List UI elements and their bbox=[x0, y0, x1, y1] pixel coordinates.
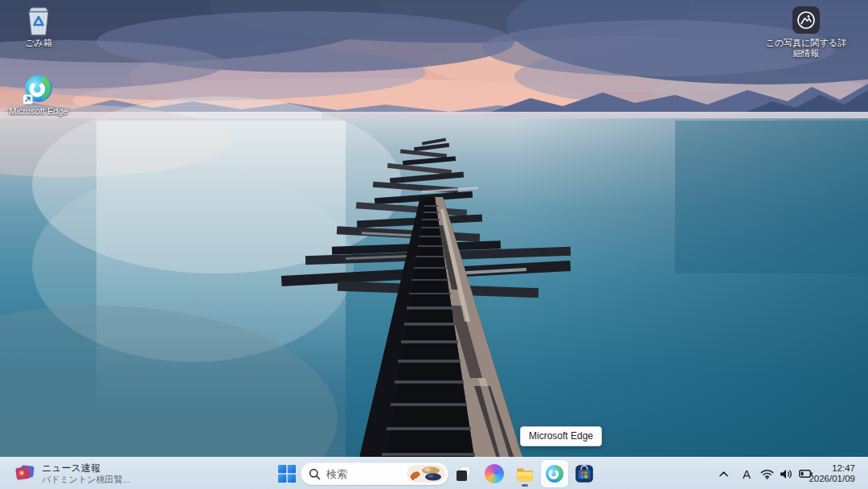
edge-icon bbox=[23, 72, 55, 105]
taskbar-tooltip: Microsoft Edge bbox=[520, 426, 602, 446]
edge-shortcut-label: Microsoft Edge bbox=[9, 106, 68, 117]
running-indicator bbox=[522, 484, 528, 487]
search-icon bbox=[309, 468, 321, 480]
store-icon bbox=[574, 463, 595, 484]
widget-subtitle: バドミントン桃田賢... bbox=[42, 475, 130, 485]
edge-button[interactable] bbox=[541, 460, 568, 487]
volume-button[interactable] bbox=[776, 461, 796, 487]
desktop-icon-recycle-bin[interactable]: ごみ箱 bbox=[5, 4, 72, 48]
desktop-wallpaper bbox=[0, 0, 868, 489]
tray-expand-button[interactable] bbox=[714, 461, 733, 487]
wifi-icon bbox=[760, 469, 774, 479]
search-input[interactable] bbox=[326, 468, 407, 480]
spotlight-label: この写真に関する詳細情報 bbox=[764, 38, 848, 59]
search-highlight-image[interactable] bbox=[407, 465, 445, 483]
store-button[interactable] bbox=[571, 460, 598, 487]
search-box[interactable] bbox=[301, 462, 448, 485]
chevron-up-icon bbox=[719, 470, 729, 478]
clock[interactable]: 12:47 2026/01/09 bbox=[805, 458, 858, 489]
ime-mode-button[interactable]: A bbox=[738, 461, 755, 487]
copilot-icon bbox=[485, 464, 504, 483]
windows-logo-icon bbox=[278, 465, 296, 483]
desktop-icon-spotlight-info[interactable]: この写真に関する詳細情報 bbox=[762, 4, 850, 59]
clock-date: 2026/01/09 bbox=[809, 474, 855, 484]
recycle-bin-icon bbox=[23, 4, 55, 36]
start-button[interactable] bbox=[273, 460, 301, 487]
widget-title: ニュース速報 bbox=[42, 463, 130, 474]
widgets-button[interactable]: ニュース速報 バドミントン桃田賢... bbox=[8, 458, 137, 489]
desktop-icon-edge-shortcut[interactable]: Microsoft Edge bbox=[5, 72, 72, 117]
edge-icon bbox=[544, 463, 565, 484]
ime-label: A bbox=[743, 467, 751, 481]
copilot-button[interactable] bbox=[481, 460, 508, 487]
file-explorer-button[interactable] bbox=[511, 460, 538, 487]
shortcut-arrow-icon bbox=[23, 94, 33, 105]
network-button[interactable] bbox=[757, 461, 776, 487]
photo-info-icon bbox=[790, 4, 822, 36]
file-explorer-icon bbox=[514, 463, 535, 484]
taskbar: ニュース速報 バドミントン桃田賢... bbox=[0, 457, 868, 489]
speaker-icon bbox=[780, 469, 792, 479]
task-view-icon bbox=[454, 464, 473, 483]
widgets-icon bbox=[14, 464, 35, 483]
task-view-button[interactable] bbox=[450, 460, 477, 487]
system-tray: A bbox=[714, 458, 817, 489]
tooltip-text: Microsoft Edge bbox=[529, 430, 593, 442]
recycle-bin-label: ごみ箱 bbox=[25, 38, 52, 48]
clock-time: 12:47 bbox=[832, 463, 855, 474]
